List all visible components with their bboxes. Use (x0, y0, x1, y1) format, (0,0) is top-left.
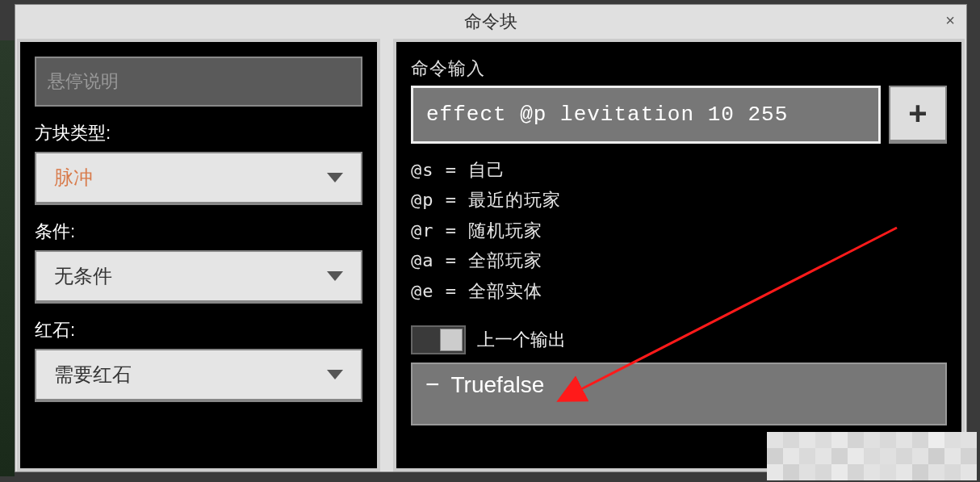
window-title: 命令块 (464, 10, 517, 34)
selector-line: @p = 最近的玩家 (411, 185, 947, 215)
condition-label: 条件: (35, 220, 362, 244)
block-type-field: 方块类型: 脉冲 (35, 121, 362, 205)
previous-output-box[interactable]: − Truefalse (411, 363, 947, 425)
prev-output-toggle[interactable] (411, 325, 466, 354)
selector-line: @r = 随机玩家 (411, 216, 947, 245)
chevron-down-icon (327, 271, 343, 281)
hover-text-input[interactable]: 悬停说明 (35, 57, 362, 107)
command-input-label: 命令输入 (411, 57, 947, 81)
command-block-window: 命令块 × 悬停说明 方块类型: 脉冲 条件: 无条件 (15, 4, 967, 472)
prev-output-row: 上一个输出 (411, 325, 947, 354)
minus-icon: − (425, 372, 440, 396)
plus-icon: + (908, 95, 927, 132)
redstone-value: 需要红石 (54, 362, 132, 388)
add-button[interactable]: + (889, 86, 947, 144)
chevron-down-icon (327, 370, 343, 379)
left-panel: 悬停说明 方块类型: 脉冲 条件: 无条件 红石: 需要红石 (17, 39, 380, 472)
right-panel: 命令输入 effect @p levitation 10 255 + @s = … (393, 39, 965, 472)
condition-value: 无条件 (54, 263, 112, 289)
chevron-down-icon (327, 173, 343, 182)
close-icon[interactable]: × (945, 11, 955, 30)
redstone-field: 红石: 需要红石 (35, 318, 362, 402)
toggle-knob (440, 329, 463, 351)
block-type-label: 方块类型: (35, 121, 362, 145)
block-type-value: 脉冲 (54, 165, 93, 191)
selector-line: @a = 全部玩家 (411, 245, 947, 275)
titlebar: 命令块 × (15, 5, 966, 39)
condition-field: 条件: 无条件 (35, 220, 362, 304)
window-body: 悬停说明 方块类型: 脉冲 条件: 无条件 红石: 需要红石 (15, 39, 966, 472)
selector-help: @s = 自己 @p = 最近的玩家 @r = 随机玩家 @a = 全部玩家 @… (411, 155, 947, 306)
condition-dropdown[interactable]: 无条件 (35, 250, 362, 304)
redstone-label: 红石: (35, 318, 362, 342)
selector-line: @e = 全部实体 (411, 276, 947, 306)
command-row: effect @p levitation 10 255 + (411, 86, 947, 144)
selector-line: @s = 自己 (411, 155, 947, 185)
background-strip (0, 40, 15, 476)
redstone-dropdown[interactable]: 需要红石 (35, 349, 362, 402)
prev-output-label: 上一个输出 (477, 328, 566, 352)
block-type-dropdown[interactable]: 脉冲 (35, 152, 362, 205)
command-input[interactable]: effect @p levitation 10 255 (411, 86, 881, 144)
command-value: effect @p levitation 10 255 (426, 103, 788, 127)
watermark-pixelation (767, 432, 977, 480)
hover-placeholder: 悬停说明 (48, 69, 119, 94)
output-text: Truefalse (451, 372, 545, 398)
